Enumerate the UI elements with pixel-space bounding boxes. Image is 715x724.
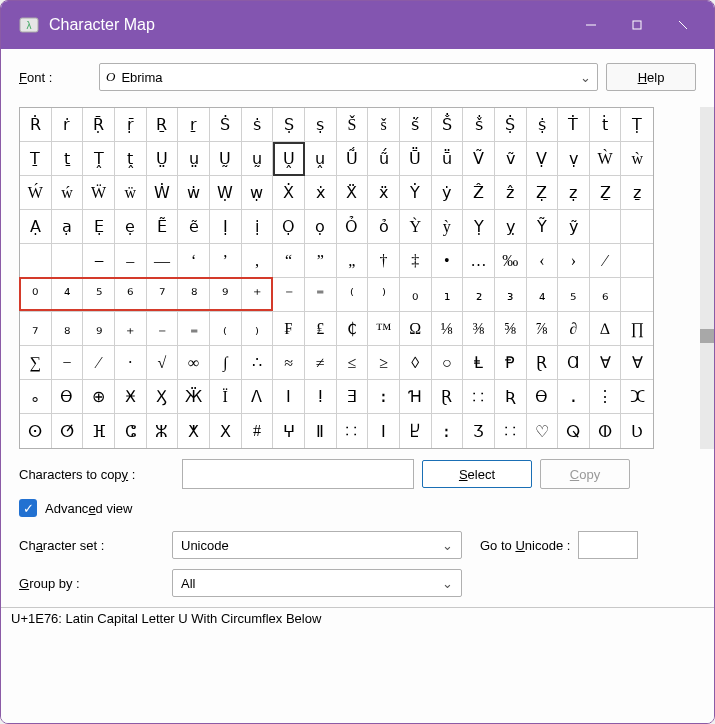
char-cell[interactable]: ₄ [527,278,559,312]
char-cell[interactable]: Ọ [273,210,305,244]
char-cell[interactable]: — [147,244,179,278]
char-cell[interactable]: Ẋ [273,176,305,210]
char-cell[interactable]: Ẕ [590,176,622,210]
char-cell[interactable]: ∫ [210,346,242,380]
char-cell[interactable]: ỳ [432,210,464,244]
char-cell[interactable]: Ɐ [590,346,622,380]
char-cell[interactable]: Ẽ [147,210,179,244]
char-cell[interactable]: ™ [368,312,400,346]
char-cell[interactable]: ṡ [242,108,274,142]
copy-button[interactable]: Copy [540,459,630,489]
char-cell[interactable]: ∀ [621,346,653,380]
char-cell[interactable]: ẕ [621,176,653,210]
char-cell[interactable]: Ị [210,210,242,244]
char-cell[interactable]: ṥ [400,108,432,142]
char-cell[interactable]: ṙ [52,108,84,142]
char-cell[interactable]: ‡ [400,244,432,278]
char-cell[interactable]: Ṯ [20,142,52,176]
char-cell[interactable]: ẓ [558,176,590,210]
char-cell[interactable]: ṵ [242,142,274,176]
char-cell[interactable]: ỵ [495,210,527,244]
char-cell[interactable]: ₂ [463,278,495,312]
char-cell[interactable]: ‘ [178,244,210,278]
char-cell[interactable]: Ṧ [432,108,464,142]
char-cell[interactable]: ⵙ [20,414,52,448]
char-cell[interactable]: ⁽ [337,278,369,312]
char-cell[interactable]: “ [273,244,305,278]
char-cell[interactable]: Ʀ [495,380,527,414]
char-cell[interactable]: ⁺ [242,278,274,312]
char-cell[interactable]: ⁄ [590,244,622,278]
char-cell[interactable]: ’ [210,244,242,278]
char-cell[interactable]: ẅ [115,176,147,210]
char-cell[interactable]: š [368,108,400,142]
char-cell[interactable]: ⵚ [52,414,84,448]
char-cell[interactable]: – [115,244,147,278]
char-cell[interactable]: ₆ [590,278,622,312]
char-cell[interactable]: ẉ [242,176,274,210]
char-cell[interactable]: Ӝ [178,380,210,414]
char-cell[interactable]: ṣ [305,108,337,142]
char-cell[interactable]: ⁼ [305,278,337,312]
char-cell[interactable]: ṹ [368,142,400,176]
char-cell[interactable]: ⁷ [147,278,179,312]
char-cell[interactable]: ẹ [115,210,147,244]
char-cell[interactable]: … [463,244,495,278]
char-cell[interactable]: ≤ [337,346,369,380]
char-cell[interactable]: Ỵ [463,210,495,244]
char-cell[interactable]: ṳ [178,142,210,176]
char-cell[interactable]: Ẓ [527,176,559,210]
char-cell[interactable]: ∴ [242,346,274,380]
char-cell[interactable]: ≈ [273,346,305,380]
char-cell[interactable]: ⋮ [590,380,622,414]
char-cell[interactable]: • [432,244,464,278]
maximize-button[interactable] [614,9,660,41]
char-cell[interactable] [590,210,622,244]
char-cell[interactable]: ₇ [20,312,52,346]
char-cell[interactable]: Ẹ [83,210,115,244]
char-cell[interactable]: Ṳ [147,142,179,176]
char-cell[interactable]: ‚ [242,244,274,278]
char-cell[interactable]: Ⅱ [305,414,337,448]
char-cell[interactable]: Ṹ [337,142,369,176]
char-cell[interactable]: ∑ [20,346,52,380]
char-cell[interactable]: › [558,244,590,278]
char-cell[interactable]: ẃ [52,176,84,210]
char-cell[interactable]: ⵖ [273,414,305,448]
char-cell[interactable]: ∆ [590,312,622,346]
char-cell[interactable]: Ʌ [242,380,274,414]
char-cell[interactable]: ⵋ [621,380,653,414]
char-cell[interactable]: ⁾ [368,278,400,312]
char-cell[interactable]: Ṱ [83,142,115,176]
char-cell[interactable]: Ṿ [527,142,559,176]
char-cell[interactable]: Ɵ [527,380,559,414]
char-cell[interactable]: Š [337,108,369,142]
char-cell[interactable]: ṱ [115,142,147,176]
close-button[interactable] [660,9,706,41]
char-cell[interactable]: ₌ [178,312,210,346]
char-cell[interactable]: Ɦ [400,380,432,414]
char-cell[interactable]: ‹ [527,244,559,278]
char-cell[interactable]: ẋ [305,176,337,210]
char-cell[interactable]: ạ [52,210,84,244]
char-cell[interactable]: ‒ [83,244,115,278]
char-cell[interactable]: Ṷ [273,142,305,176]
char-cell[interactable]: ∞ [178,346,210,380]
char-cell[interactable] [621,210,653,244]
char-cell[interactable]: ị [242,210,274,244]
char-cell[interactable]: Ṟ [147,108,179,142]
char-cell[interactable]: ∏ [621,312,653,346]
char-cell[interactable]: ỹ [558,210,590,244]
char-cell[interactable]: Ẅ [83,176,115,210]
char-cell[interactable]: ♡ [527,414,559,448]
char-cell[interactable]: Ї [210,380,242,414]
char-cell[interactable]: ◊ [400,346,432,380]
char-cell[interactable]: Ỏ [337,210,369,244]
char-cell[interactable]: Ẍ [337,176,369,210]
char-cell[interactable]: Ạ [20,210,52,244]
char-cell[interactable] [621,244,653,278]
char-cell[interactable]: ṟ [178,108,210,142]
char-cell[interactable]: ⸬ [495,414,527,448]
char-cell[interactable]: Ṻ [400,142,432,176]
advanced-checkbox[interactable]: ✓ [19,499,37,517]
